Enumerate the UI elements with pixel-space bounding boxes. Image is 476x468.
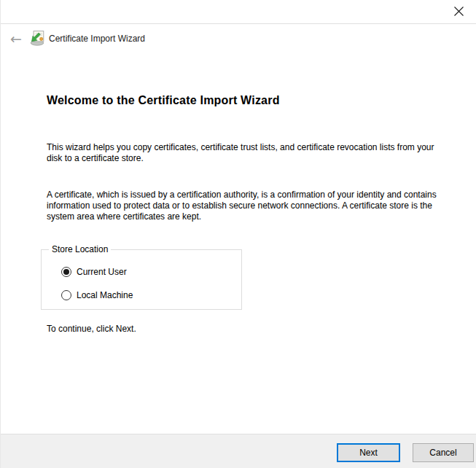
store-location-groupbox: Store Location Current User Local Machin… bbox=[41, 244, 242, 310]
store-location-label: Store Location bbox=[49, 244, 111, 254]
close-button[interactable] bbox=[444, 1, 473, 21]
certificate-import-wizard-window: ← Certificate Import Wizard Welcome to t… bbox=[0, 0, 476, 468]
radio-local-machine[interactable]: Local Machine bbox=[61, 290, 133, 300]
back-arrow-icon: ← bbox=[10, 31, 22, 47]
radio-current-user[interactable]: Current User bbox=[61, 267, 127, 277]
back-button[interactable]: ← bbox=[7, 30, 26, 47]
cancel-button[interactable]: Cancel bbox=[413, 443, 474, 462]
next-button[interactable]: Next bbox=[337, 443, 400, 462]
radio-button-icon bbox=[61, 267, 71, 277]
wizard-header-title: Certificate Import Wizard bbox=[49, 34, 145, 44]
continue-hint: To continue, click Next. bbox=[47, 324, 136, 334]
footer-bar: Next Cancel bbox=[1, 434, 476, 468]
radio-current-user-label: Current User bbox=[77, 267, 127, 277]
radio-button-icon bbox=[61, 290, 71, 300]
page-title: Welcome to the Certificate Import Wizard bbox=[47, 94, 280, 107]
certificate-import-icon bbox=[29, 30, 45, 46]
close-icon bbox=[453, 6, 464, 17]
intro-paragraph: This wizard helps you copy certificates,… bbox=[47, 142, 449, 164]
wizard-header: ← Certificate Import Wizard bbox=[1, 24, 476, 53]
radio-local-machine-label: Local Machine bbox=[77, 290, 133, 300]
description-paragraph: A certificate, which is issued by a cert… bbox=[47, 190, 449, 222]
title-bar bbox=[1, 0, 476, 24]
